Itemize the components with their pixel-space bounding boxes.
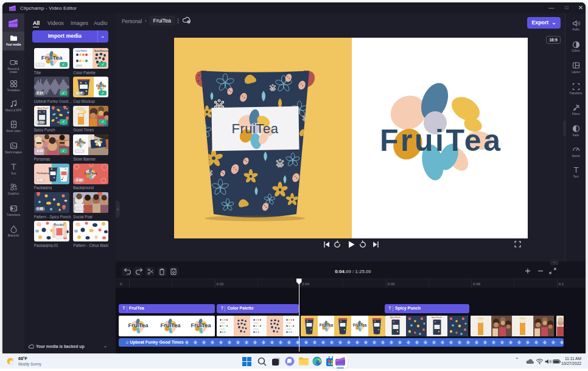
- svg-text:FruiTea: FruiTea: [380, 123, 501, 158]
- svg-text:FruiTea: FruiTea: [41, 54, 62, 61]
- svg-text:FruiTea: FruiTea: [128, 322, 149, 328]
- svg-text:FruiTea: FruiTea: [96, 85, 106, 88]
- svg-text:FruiTea: FruiTea: [319, 323, 333, 327]
- svg-text:FruiTea: FruiTea: [191, 322, 212, 328]
- svg-text:FruiTea: FruiTea: [232, 121, 279, 136]
- svg-text:FruiTea: FruiTea: [75, 141, 86, 144]
- svg-text:Citrus Blast: Citrus Blast: [55, 224, 64, 226]
- svg-text:FruiTea: FruiTea: [85, 172, 97, 175]
- svg-text:FruiTea: FruiTea: [353, 323, 367, 327]
- svg-text:FruiTea: FruiTea: [161, 322, 181, 328]
